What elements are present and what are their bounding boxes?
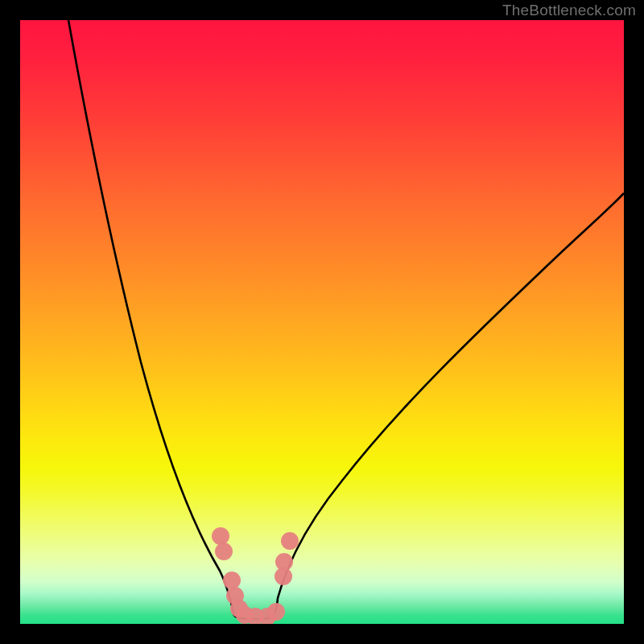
marker-dot <box>267 603 285 621</box>
watermark-text: TheBottleneck.com <box>502 2 636 19</box>
marker-dot <box>275 553 293 571</box>
marker-dot <box>223 572 241 589</box>
marker-dot <box>215 543 233 560</box>
curve-right <box>278 193 624 598</box>
marker-group <box>212 527 299 624</box>
plot-area <box>20 20 624 624</box>
outer-frame: TheBottleneck.com <box>0 0 644 644</box>
marker-dot <box>281 532 299 550</box>
chart-svg <box>20 20 624 624</box>
marker-dot <box>212 527 229 545</box>
curve-left <box>68 20 234 616</box>
